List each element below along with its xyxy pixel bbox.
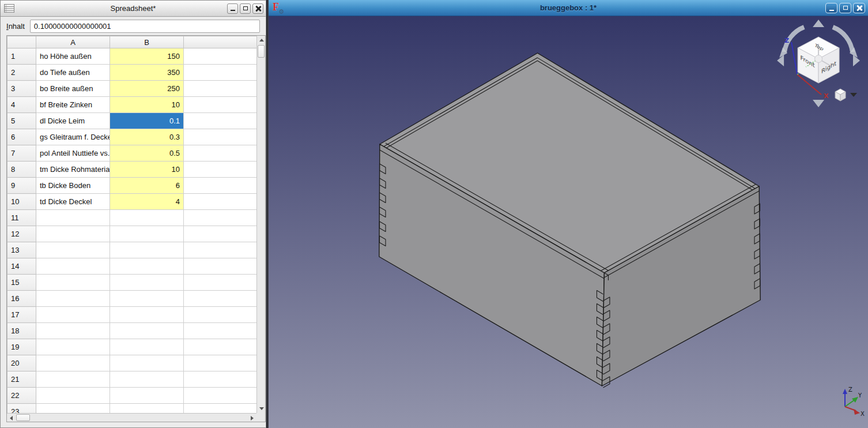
cell-b-13[interactable]: [110, 242, 184, 258]
cell-b-15[interactable]: [110, 275, 184, 291]
cad-close-button[interactable]: [853, 3, 865, 13]
close-button[interactable]: [252, 3, 263, 14]
cad-titlebar[interactable]: F⚙ brueggebox : 1*: [269, 0, 868, 16]
column-header-b[interactable]: B: [110, 36, 184, 48]
maximize-button[interactable]: [240, 3, 251, 14]
cell-b-16[interactable]: [110, 291, 184, 307]
cell-a-12[interactable]: [36, 226, 110, 242]
row-header[interactable]: 12: [7, 226, 36, 242]
cell-extra-9[interactable]: [184, 178, 257, 194]
cell-a-3[interactable]: bo Breite außen: [36, 81, 110, 97]
cell-extra-3[interactable]: [184, 81, 257, 97]
row-header[interactable]: 21: [7, 371, 36, 388]
cell-a-4[interactable]: bf Breite Zinken: [36, 97, 110, 113]
row-header[interactable]: 19: [7, 339, 36, 355]
cell-b-14[interactable]: [110, 258, 184, 275]
cell-b-7[interactable]: 0.5: [110, 145, 184, 162]
3d-viewport[interactable]: Z X Top Front Right: [269, 16, 868, 428]
cell-extra-7[interactable]: [184, 145, 257, 162]
cell-b-20[interactable]: [110, 355, 184, 371]
cell-a-22[interactable]: [36, 388, 110, 404]
cell-a-19[interactable]: [36, 339, 110, 355]
cell-b-9[interactable]: 6: [110, 178, 184, 194]
cell-extra-14[interactable]: [184, 258, 257, 275]
cell-a-14[interactable]: [36, 258, 110, 275]
row-header[interactable]: 8: [7, 162, 36, 178]
row-header[interactable]: 14: [7, 258, 36, 275]
cell-extra-22[interactable]: [184, 388, 257, 404]
row-header[interactable]: 17: [7, 307, 36, 323]
cell-extra-8[interactable]: [184, 162, 257, 178]
minimize-button[interactable]: [227, 3, 238, 14]
cell-b-12[interactable]: [110, 226, 184, 242]
cell-b-3[interactable]: 250: [110, 81, 184, 97]
cell-a-8[interactable]: tm Dicke Rohmaterial: [36, 162, 110, 178]
cell-a-2[interactable]: do Tiefe außen: [36, 65, 110, 81]
scroll-down-button[interactable]: [257, 404, 266, 413]
row-header[interactable]: 1: [7, 48, 36, 65]
cell-b-21[interactable]: [110, 371, 184, 388]
row-header[interactable]: 6: [7, 129, 36, 145]
scroll-right-button[interactable]: [248, 414, 256, 422]
cell-a-13[interactable]: [36, 242, 110, 258]
row-header[interactable]: 20: [7, 355, 36, 371]
cell-extra-20[interactable]: [184, 355, 257, 371]
row-header[interactable]: 10: [7, 194, 36, 210]
cell-b-22[interactable]: [110, 388, 184, 404]
cell-extra-13[interactable]: [184, 242, 257, 258]
corner-header[interactable]: [7, 36, 36, 48]
horizontal-scrollbar[interactable]: [7, 413, 256, 422]
cell-b-17[interactable]: [110, 307, 184, 323]
row-header[interactable]: 16: [7, 291, 36, 307]
cell-extra-4[interactable]: [184, 97, 257, 113]
cell-b-5[interactable]: 0.1: [110, 113, 184, 129]
scroll-up-button[interactable]: [257, 36, 266, 44]
cell-a-6[interactable]: gs Gleitraum f. Deckel: [36, 129, 110, 145]
vertical-scroll-thumb[interactable]: [258, 45, 265, 58]
cell-extra-23[interactable]: [184, 404, 257, 414]
cell-a-10[interactable]: td Dicke Deckel: [36, 194, 110, 210]
row-header[interactable]: 9: [7, 178, 36, 194]
cell-extra-10[interactable]: [184, 194, 257, 210]
cell-a-9[interactable]: tb Dicke Boden: [36, 178, 110, 194]
row-header[interactable]: 15: [7, 275, 36, 291]
cell-extra-12[interactable]: [184, 226, 257, 242]
cell-b-2[interactable]: 350: [110, 65, 184, 81]
cad-maximize-button[interactable]: [839, 3, 851, 13]
cell-extra-16[interactable]: [184, 291, 257, 307]
cell-b-23[interactable]: [110, 404, 184, 414]
cell-content-input[interactable]: [30, 20, 260, 33]
scroll-left-button[interactable]: [7, 414, 16, 422]
cell-a-23[interactable]: [36, 404, 110, 414]
column-header-a[interactable]: A: [36, 36, 110, 48]
cell-b-6[interactable]: 0.3: [110, 129, 184, 145]
row-header[interactable]: 18: [7, 323, 36, 339]
cell-b-1[interactable]: 150: [110, 48, 184, 65]
cell-extra-17[interactable]: [184, 307, 257, 323]
cell-a-20[interactable]: [36, 355, 110, 371]
cell-a-11[interactable]: [36, 210, 110, 226]
row-header[interactable]: 22: [7, 388, 36, 404]
column-header-extra[interactable]: [184, 36, 257, 48]
row-header[interactable]: 4: [7, 97, 36, 113]
cell-b-18[interactable]: [110, 323, 184, 339]
cell-b-8[interactable]: 10: [110, 162, 184, 178]
cell-b-4[interactable]: 10: [110, 97, 184, 113]
row-header[interactable]: 7: [7, 145, 36, 162]
cell-a-7[interactable]: pol Anteil Nuttiefe vs. Materialdicke: [36, 145, 110, 162]
cell-extra-18[interactable]: [184, 323, 257, 339]
cell-a-17[interactable]: [36, 307, 110, 323]
spreadsheet-titlebar[interactable]: Spreadsheet*: [1, 1, 266, 17]
cell-a-5[interactable]: dl Dicke Leim: [36, 113, 110, 129]
cell-extra-6[interactable]: [184, 129, 257, 145]
cell-extra-11[interactable]: [184, 210, 257, 226]
row-header[interactable]: 13: [7, 242, 36, 258]
row-header[interactable]: 23: [7, 404, 36, 414]
cell-extra-15[interactable]: [184, 275, 257, 291]
row-header[interactable]: 2: [7, 65, 36, 81]
horizontal-scroll-thumb[interactable]: [16, 414, 30, 421]
cell-a-15[interactable]: [36, 275, 110, 291]
vertical-scrollbar[interactable]: [256, 36, 265, 413]
cell-b-11[interactable]: [110, 210, 184, 226]
cell-extra-19[interactable]: [184, 339, 257, 355]
